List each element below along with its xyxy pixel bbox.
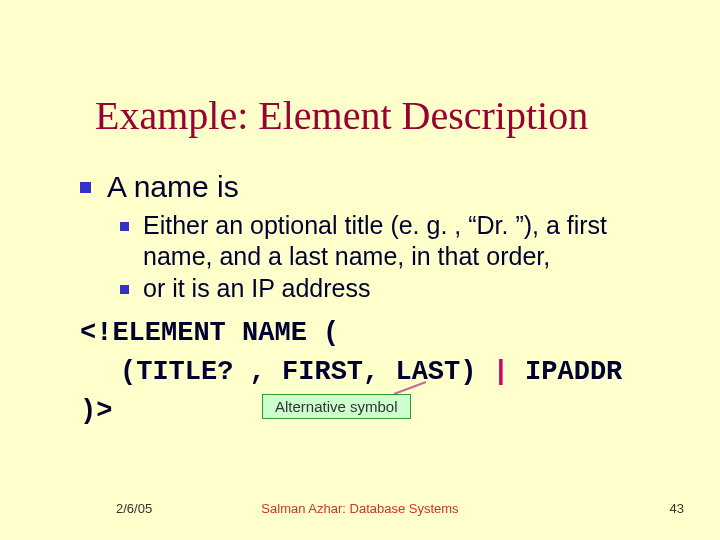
pipe-symbol: | [493,357,509,387]
bullet-level1-text: A name is [107,170,239,204]
bullet-level2-group: Either an optional title (e. g. , “Dr. ”… [120,210,670,304]
bullet-level1: A name is [80,170,239,204]
annotation-box: Alternative symbol [262,394,411,419]
bullet-level2-item: or it is an IP address [120,273,670,304]
code-text: (TITLE? , FIRST, LAST) [120,357,493,387]
square-bullet-icon [120,285,129,294]
footer-author: Salman Azhar: Database Systems [0,501,720,516]
square-bullet-icon [80,182,91,193]
bullet-level2-text: Either an optional title (e. g. , “Dr. ”… [143,210,670,273]
bullet-level2-text: or it is an IP address [143,273,370,304]
slide: Example: Element Description A name is E… [0,0,720,540]
code-line: <!ELEMENT NAME ( [80,314,680,353]
footer-page-number: 43 [670,501,684,516]
bullet-level2-item: Either an optional title (e. g. , “Dr. ”… [120,210,670,273]
square-bullet-icon [120,222,129,231]
code-text: IPADDR [509,357,622,387]
slide-title: Example: Element Description [95,92,588,139]
svg-line-0 [394,382,426,394]
